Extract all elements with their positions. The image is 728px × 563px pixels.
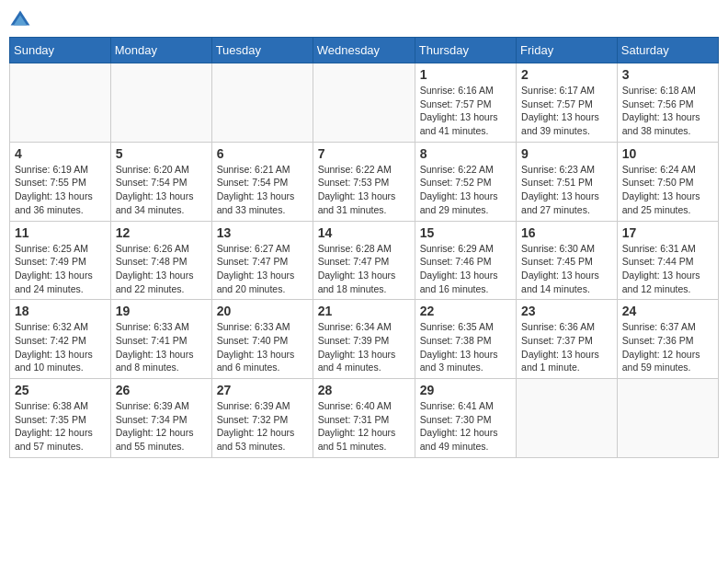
day-info: Sunrise: 6:24 AMSunset: 7:50 PMDaylight:… [622,163,713,217]
day-info: Sunrise: 6:18 AMSunset: 7:56 PMDaylight:… [622,84,713,138]
day-info: Sunrise: 6:32 AMSunset: 7:42 PMDaylight:… [15,320,106,374]
calendar-cell: 13Sunrise: 6:27 AMSunset: 7:47 PMDayligh… [211,221,313,300]
logo-icon [9,9,31,31]
day-number: 1 [420,67,511,82]
day-number: 10 [622,146,713,161]
day-number: 22 [420,304,511,318]
calendar-cell: 3Sunrise: 6:18 AMSunset: 7:56 PMDaylight… [617,63,718,143]
day-number: 25 [15,383,106,397]
day-header-thursday: Thursday [415,38,516,63]
calendar-cell: 14Sunrise: 6:28 AMSunset: 7:47 PMDayligh… [313,221,415,300]
page-header [9,9,719,31]
day-info: Sunrise: 6:25 AMSunset: 7:49 PMDaylight:… [15,242,106,296]
calendar-cell: 5Sunrise: 6:20 AMSunset: 7:54 PMDaylight… [110,142,211,221]
calendar-cell: 12Sunrise: 6:26 AMSunset: 7:48 PMDayligh… [110,221,211,300]
day-info: Sunrise: 6:27 AMSunset: 7:47 PMDaylight:… [217,242,308,296]
day-number: 27 [217,383,308,397]
day-number: 15 [420,225,511,240]
day-header-sunday: Sunday [10,38,111,63]
day-number: 24 [622,304,713,318]
day-info: Sunrise: 6:21 AMSunset: 7:54 PMDaylight:… [217,163,308,217]
day-number: 4 [15,146,106,161]
calendar-cell: 15Sunrise: 6:29 AMSunset: 7:46 PMDayligh… [415,221,516,300]
calendar-cell [313,63,415,143]
day-info: Sunrise: 6:34 AMSunset: 7:39 PMDaylight:… [318,320,410,374]
day-number: 7 [318,146,410,161]
day-header-friday: Friday [517,38,618,63]
calendar-cell: 27Sunrise: 6:39 AMSunset: 7:32 PMDayligh… [211,379,313,458]
day-info: Sunrise: 6:31 AMSunset: 7:44 PMDaylight:… [622,242,713,296]
day-info: Sunrise: 6:33 AMSunset: 7:40 PMDaylight:… [217,320,308,374]
day-info: Sunrise: 6:20 AMSunset: 7:54 PMDaylight:… [116,163,207,217]
day-header-saturday: Saturday [617,38,718,63]
calendar-cell: 16Sunrise: 6:30 AMSunset: 7:45 PMDayligh… [517,221,618,300]
day-number: 6 [217,146,308,161]
calendar-table: SundayMondayTuesdayWednesdayThursdayFrid… [9,37,719,458]
day-info: Sunrise: 6:16 AMSunset: 7:57 PMDaylight:… [420,84,511,138]
calendar-header-row: SundayMondayTuesdayWednesdayThursdayFrid… [10,38,719,63]
day-info: Sunrise: 6:36 AMSunset: 7:37 PMDaylight:… [521,320,612,374]
calendar-cell: 2Sunrise: 6:17 AMSunset: 7:57 PMDaylight… [517,63,618,143]
calendar-cell [617,379,718,458]
week-row-5: 25Sunrise: 6:38 AMSunset: 7:35 PMDayligh… [10,379,719,458]
day-info: Sunrise: 6:39 AMSunset: 7:34 PMDaylight:… [116,399,207,454]
day-info: Sunrise: 6:19 AMSunset: 7:55 PMDaylight:… [15,163,106,217]
day-info: Sunrise: 6:26 AMSunset: 7:48 PMDaylight:… [116,242,207,296]
day-number: 29 [420,383,511,397]
day-number: 3 [622,67,713,82]
day-number: 21 [318,304,410,318]
day-number: 13 [217,225,308,240]
calendar-cell [110,63,211,143]
day-header-tuesday: Tuesday [211,38,313,63]
day-number: 18 [15,304,106,318]
calendar-cell: 6Sunrise: 6:21 AMSunset: 7:54 PMDaylight… [211,142,313,221]
day-info: Sunrise: 6:39 AMSunset: 7:32 PMDaylight:… [217,399,308,454]
day-number: 11 [15,225,106,240]
day-info: Sunrise: 6:33 AMSunset: 7:41 PMDaylight:… [116,320,207,374]
day-number: 28 [318,383,410,397]
day-number: 16 [521,225,612,240]
calendar-cell: 7Sunrise: 6:22 AMSunset: 7:53 PMDaylight… [313,142,415,221]
week-row-3: 11Sunrise: 6:25 AMSunset: 7:49 PMDayligh… [10,221,719,300]
calendar-cell: 28Sunrise: 6:40 AMSunset: 7:31 PMDayligh… [313,379,415,458]
day-number: 9 [521,146,612,161]
day-number: 5 [116,146,207,161]
logo [9,9,35,31]
calendar-cell: 4Sunrise: 6:19 AMSunset: 7:55 PMDaylight… [10,142,111,221]
day-info: Sunrise: 6:40 AMSunset: 7:31 PMDaylight:… [318,399,410,454]
calendar-cell: 29Sunrise: 6:41 AMSunset: 7:30 PMDayligh… [415,379,516,458]
calendar-cell [517,379,618,458]
day-number: 19 [116,304,207,318]
calendar-cell: 26Sunrise: 6:39 AMSunset: 7:34 PMDayligh… [110,379,211,458]
day-header-wednesday: Wednesday [313,38,415,63]
calendar-cell: 20Sunrise: 6:33 AMSunset: 7:40 PMDayligh… [211,300,313,379]
day-info: Sunrise: 6:22 AMSunset: 7:52 PMDaylight:… [420,163,511,217]
day-number: 20 [217,304,308,318]
day-number: 8 [420,146,511,161]
calendar-cell: 8Sunrise: 6:22 AMSunset: 7:52 PMDaylight… [415,142,516,221]
week-row-1: 1Sunrise: 6:16 AMSunset: 7:57 PMDaylight… [10,63,719,143]
calendar-cell: 10Sunrise: 6:24 AMSunset: 7:50 PMDayligh… [617,142,718,221]
day-number: 14 [318,225,410,240]
day-info: Sunrise: 6:22 AMSunset: 7:53 PMDaylight:… [318,163,410,217]
calendar-cell: 17Sunrise: 6:31 AMSunset: 7:44 PMDayligh… [617,221,718,300]
calendar-cell [211,63,313,143]
day-info: Sunrise: 6:23 AMSunset: 7:51 PMDaylight:… [521,163,612,217]
day-info: Sunrise: 6:38 AMSunset: 7:35 PMDaylight:… [15,399,106,454]
calendar-cell: 1Sunrise: 6:16 AMSunset: 7:57 PMDaylight… [415,63,516,143]
calendar-cell: 21Sunrise: 6:34 AMSunset: 7:39 PMDayligh… [313,300,415,379]
week-row-2: 4Sunrise: 6:19 AMSunset: 7:55 PMDaylight… [10,142,719,221]
calendar-cell: 22Sunrise: 6:35 AMSunset: 7:38 PMDayligh… [415,300,516,379]
day-number: 17 [622,225,713,240]
calendar-cell: 18Sunrise: 6:32 AMSunset: 7:42 PMDayligh… [10,300,111,379]
calendar-cell: 25Sunrise: 6:38 AMSunset: 7:35 PMDayligh… [10,379,111,458]
day-number: 23 [521,304,612,318]
calendar-cell: 24Sunrise: 6:37 AMSunset: 7:36 PMDayligh… [617,300,718,379]
calendar-cell: 9Sunrise: 6:23 AMSunset: 7:51 PMDaylight… [517,142,618,221]
day-info: Sunrise: 6:35 AMSunset: 7:38 PMDaylight:… [420,320,511,374]
calendar-cell: 19Sunrise: 6:33 AMSunset: 7:41 PMDayligh… [110,300,211,379]
day-number: 12 [116,225,207,240]
calendar-cell: 11Sunrise: 6:25 AMSunset: 7:49 PMDayligh… [10,221,111,300]
day-number: 26 [116,383,207,397]
day-number: 2 [521,67,612,82]
